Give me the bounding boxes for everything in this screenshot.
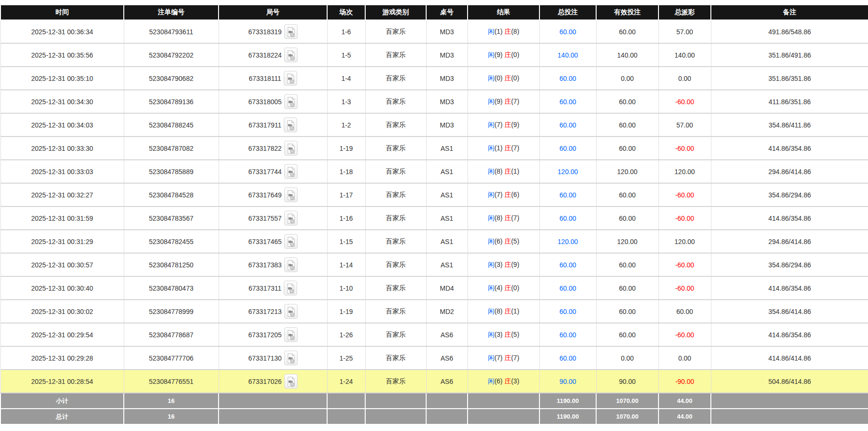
round-number: 673317911 xyxy=(249,121,281,129)
summary-table xyxy=(426,393,468,409)
banker-result-score: (5) xyxy=(511,331,519,338)
valid-bet-cell: 140.00 xyxy=(596,43,658,67)
banker-result-score: (7) xyxy=(511,98,519,105)
player-result-label: 闲 xyxy=(488,98,494,105)
total-bet-link[interactable]: 60.00 xyxy=(559,331,576,339)
player-result-score: (7) xyxy=(494,354,502,362)
game-type-cell: 百家乐 xyxy=(365,230,426,253)
remark-cell: 414.86/354.86 xyxy=(711,323,868,346)
total-bet-link[interactable]: 60.00 xyxy=(559,98,576,106)
column-header-game: 游戏类别 xyxy=(365,5,426,20)
bet-id-cell: 523084783567 xyxy=(124,206,219,230)
round-number: 673318005 xyxy=(248,98,281,106)
table-number-cell: AS6 xyxy=(426,346,468,370)
time-cell: 2025-12-31 00:29:54 xyxy=(0,323,124,346)
remark-cell: 414.86/354.86 xyxy=(711,137,868,160)
table-number-cell: AS1 xyxy=(426,253,468,276)
result-cell: 闲(7) 庄(9) xyxy=(468,113,539,137)
summary-game xyxy=(365,409,426,424)
banker-result-score: (7) xyxy=(511,214,519,222)
banker-result-score: (6) xyxy=(511,191,519,198)
total-bet-cell: 60.00 xyxy=(539,323,596,346)
table-row: 2025-12-31 00:31:29523084782455673317465… xyxy=(0,230,868,253)
total-bet-link[interactable]: 60.00 xyxy=(559,28,576,36)
total-bet-link[interactable]: 60.00 xyxy=(559,261,576,269)
video-replay-button[interactable] xyxy=(284,118,297,132)
total-bet-link[interactable]: 60.00 xyxy=(559,145,576,152)
summary-valid-bet: 1070.00 xyxy=(596,409,658,424)
session-cell: 1-6 xyxy=(327,20,365,43)
column-header-session: 场次 xyxy=(327,5,365,20)
banker-result-score: (0) xyxy=(511,284,519,292)
round-number: 673317213 xyxy=(248,308,281,315)
total-bet-link[interactable]: 60.00 xyxy=(559,284,576,292)
payout-cell: 120.00 xyxy=(658,160,711,183)
video-replay-button[interactable] xyxy=(284,327,298,342)
bet-id-cell: 523084792202 xyxy=(124,43,219,67)
player-result-label: 闲 xyxy=(488,74,494,82)
valid-bet-cell: 60.00 xyxy=(596,137,658,160)
total-bet-link[interactable]: 60.00 xyxy=(559,308,576,315)
valid-bet-cell: 60.00 xyxy=(596,183,658,206)
result-cell: 闲(7) 庄(6) xyxy=(468,183,539,206)
bet-history-page: 时间注单编号局号场次游戏类别桌号结果总投注有效投注总派彩备注 2025-12-3… xyxy=(0,0,868,425)
video-replay-button[interactable] xyxy=(284,71,297,86)
total-bet-link[interactable]: 140.00 xyxy=(558,51,578,59)
total-row: 总计161190.001070.0044.00 xyxy=(0,409,868,424)
summary-payout: 44.00 xyxy=(658,409,711,424)
video-replay-button[interactable] xyxy=(284,48,298,62)
time-cell: 2025-12-31 00:33:03 xyxy=(0,160,124,183)
table-row: 2025-12-31 00:30:02523084778999673317213… xyxy=(0,300,868,323)
video-replay-button[interactable] xyxy=(284,351,298,365)
video-replay-button[interactable] xyxy=(284,187,298,202)
video-replay-button[interactable] xyxy=(284,281,297,295)
banker-result-label: 庄 xyxy=(504,284,511,292)
round-cell: 673317744 xyxy=(219,160,327,183)
video-replay-button[interactable] xyxy=(284,257,298,272)
session-cell: 1-19 xyxy=(327,300,365,323)
time-cell: 2025-12-31 00:34:03 xyxy=(0,113,124,137)
bet-id-cell: 523084784528 xyxy=(124,183,219,206)
player-result-label: 闲 xyxy=(488,144,494,152)
video-file-icon xyxy=(287,265,295,272)
total-bet-link[interactable]: 60.00 xyxy=(559,75,576,82)
round-number: 673317649 xyxy=(248,191,281,199)
round-cell: 673317822 xyxy=(219,137,327,160)
valid-bet-cell: 60.00 xyxy=(596,113,658,137)
game-type-cell: 百家乐 xyxy=(365,90,426,113)
round-number: 673317822 xyxy=(248,145,281,152)
table-row: 2025-12-31 00:30:57523084781250673317383… xyxy=(0,253,868,276)
total-bet-link[interactable]: 120.00 xyxy=(558,238,578,245)
round-cell: 673318111 xyxy=(219,67,327,90)
total-bet-cell: 140.00 xyxy=(539,43,596,67)
round-number: 673317205 xyxy=(248,331,281,339)
video-file-icon xyxy=(287,312,295,319)
total-bet-link[interactable]: 120.00 xyxy=(558,168,578,176)
total-bet-link[interactable]: 60.00 xyxy=(559,215,576,222)
video-replay-button[interactable] xyxy=(284,94,298,109)
total-bet-cell: 120.00 xyxy=(539,160,596,183)
video-replay-button[interactable] xyxy=(284,211,298,225)
table-number-cell: AS6 xyxy=(426,323,468,346)
video-replay-button[interactable] xyxy=(284,234,298,249)
total-bet-link[interactable]: 60.00 xyxy=(559,121,576,129)
video-file-icon xyxy=(287,218,295,225)
video-replay-button[interactable] xyxy=(284,164,298,179)
summary-table xyxy=(426,409,468,424)
player-result-label: 闲 xyxy=(488,331,494,338)
video-replay-button[interactable] xyxy=(284,304,298,319)
total-bet-link[interactable]: 90.00 xyxy=(559,378,576,385)
total-bet-link[interactable]: 60.00 xyxy=(559,354,576,362)
session-cell: 1-3 xyxy=(327,90,365,113)
video-replay-button[interactable] xyxy=(284,24,298,39)
round-number: 673317311 xyxy=(249,284,281,292)
player-result-score: (7) xyxy=(494,121,502,128)
session-cell: 1-25 xyxy=(327,346,365,370)
total-bet-link[interactable]: 60.00 xyxy=(559,191,576,199)
video-replay-button[interactable] xyxy=(284,141,298,156)
video-replay-button[interactable] xyxy=(284,374,298,389)
table-number-cell: AS1 xyxy=(426,183,468,206)
banker-result-label: 庄 xyxy=(504,307,511,315)
game-type-cell: 百家乐 xyxy=(365,276,426,300)
valid-bet-cell: 60.00 xyxy=(596,323,658,346)
